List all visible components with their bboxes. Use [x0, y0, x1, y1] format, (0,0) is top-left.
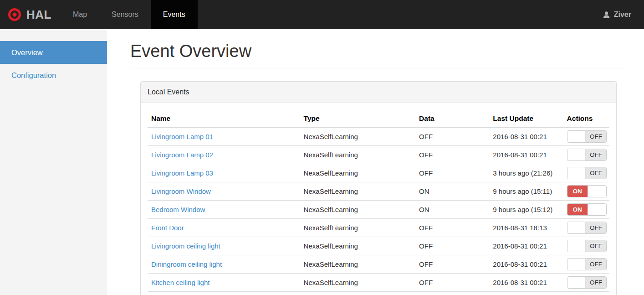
cell-type: NexaSelfLearning [300, 255, 416, 274]
toggle-switch[interactable]: OFF [567, 130, 607, 143]
cell-type: NexaSelfLearning [300, 146, 416, 164]
cell-actions: OFF [563, 128, 609, 146]
toggle-switch[interactable]: OFF [567, 167, 607, 179]
toggle-switch[interactable]: ON [567, 185, 607, 197]
cell-last-update: 2016-08-31 00:21 [489, 146, 563, 164]
cell-actions: ON [563, 201, 609, 219]
page-title-divider [130, 68, 624, 68]
event-name-link[interactable]: Bedroom Window [151, 206, 205, 213]
cell-name: Livingroom Lamp 02 [148, 146, 300, 164]
nav-item-map[interactable]: Map [61, 0, 99, 29]
cell-type: NexaSelfLearning [300, 164, 416, 182]
cell-last-update: 2016-08-31 00:21 [489, 128, 563, 146]
user-icon [603, 11, 610, 19]
sidebar-item-configuration[interactable]: Configuration [0, 64, 107, 87]
cell-name: Livingroom Lamp 01 [148, 128, 300, 146]
cell-last-update: 9 hours ago (15:12) [489, 201, 563, 219]
table-row: Livingroom Lamp 02NexaSelfLearningOFF201… [148, 146, 609, 164]
cell-data: OFF [415, 128, 489, 146]
panel-title: Local Events [141, 82, 616, 103]
local-events-panel: Local Events Name Type Data Last Update [140, 81, 617, 295]
event-name-link[interactable]: Livingroom Lamp 01 [151, 133, 213, 140]
table-row: Bedroom WindowNexaSelfLearningON9 hours … [148, 201, 609, 219]
event-name-link[interactable]: Livingroom Window [151, 187, 211, 195]
table-row: Diningroom ceiling lightNexaSelfLearning… [148, 255, 609, 274]
cell-type: NexaSelfLearning [300, 237, 416, 255]
event-name-link[interactable]: Livingroom Lamp 03 [151, 169, 213, 177]
events-table-body: Livingroom Lamp 01NexaSelfLearningOFF201… [148, 128, 609, 292]
toggle-state-label: OFF [586, 167, 606, 179]
toggle-state-label: OFF [586, 240, 606, 252]
cell-data: OFF [415, 274, 489, 292]
event-name-link[interactable]: Kitchen ceiling light [151, 279, 210, 286]
toggle-switch[interactable]: ON [567, 203, 607, 216]
nav-item-events[interactable]: Events [151, 0, 198, 29]
nav-item-sensors[interactable]: Sensors [99, 0, 151, 29]
cell-actions: OFF [563, 219, 609, 237]
cell-type: NexaSelfLearning [300, 128, 416, 146]
cell-last-update: 2016-08-31 00:21 [489, 237, 563, 255]
table-row: Livingroom ceiling lightNexaSelfLearning… [148, 237, 609, 255]
page-title: Event Overview [130, 41, 624, 62]
cell-actions: OFF [563, 237, 609, 255]
main-content: Event Overview Local Events Name Type [107, 29, 644, 295]
cell-type: NexaSelfLearning [300, 219, 416, 237]
toggle-state-label: ON [567, 186, 588, 197]
table-row: Front DoorNexaSelfLearningOFF2016-08-31 … [148, 219, 609, 237]
toggle-state-label: ON [567, 204, 588, 215]
cell-name: Livingroom Window [148, 182, 300, 201]
event-name-link[interactable]: Front Door [151, 224, 184, 232]
column-header-type: Type [300, 110, 416, 128]
toggle-knob [567, 131, 586, 142]
cell-last-update: 9 hours ago (15:11) [489, 182, 563, 201]
cell-actions: OFF [563, 274, 609, 292]
toggle-switch[interactable]: OFF [567, 222, 607, 234]
cell-data: OFF [415, 255, 489, 274]
page-layout: Overview Configuration Event Overview Lo… [0, 29, 644, 295]
event-name-link[interactable]: Diningroom ceiling light [151, 260, 222, 268]
cell-actions: ON [563, 182, 609, 201]
toggle-switch[interactable]: OFF [567, 258, 607, 270]
sidebar-item-overview[interactable]: Overview [0, 41, 107, 64]
cell-actions: OFF [563, 164, 609, 182]
column-header-data: Data [415, 110, 489, 128]
toggle-knob [588, 186, 606, 197]
cell-actions: OFF [563, 146, 609, 164]
events-table: Name Type Data Last Update Actions Livin… [148, 110, 609, 292]
cell-last-update: 2016-08-31 00:21 [489, 274, 563, 292]
toggle-knob [567, 167, 586, 179]
cell-type: NexaSelfLearning [300, 274, 416, 292]
toggle-knob [567, 222, 586, 233]
toggle-switch[interactable]: OFF [567, 149, 607, 161]
cell-data: ON [415, 182, 489, 201]
toggle-knob [567, 277, 586, 288]
table-row: Kitchen ceiling lightNexaSelfLearningOFF… [148, 274, 609, 292]
event-name-link[interactable]: Livingroom Lamp 02 [151, 151, 213, 159]
cell-name: Front Door [148, 219, 300, 237]
cell-name: Bedroom Window [148, 201, 300, 219]
brand[interactable]: HAL [0, 0, 61, 29]
toggle-state-label: OFF [586, 259, 606, 270]
cell-data: OFF [415, 219, 489, 237]
panel-wrapper: Local Events Name Type Data Last Update [140, 81, 617, 295]
cell-data: ON [415, 201, 489, 219]
table-row: Livingroom WindowNexaSelfLearningON9 hou… [148, 182, 609, 201]
cell-data: OFF [415, 164, 489, 182]
toggle-state-label: OFF [586, 277, 606, 288]
sidebar: Overview Configuration [0, 29, 107, 295]
event-name-link[interactable]: Livingroom ceiling light [151, 242, 220, 250]
cell-data: OFF [415, 237, 489, 255]
toggle-switch[interactable]: OFF [567, 276, 607, 289]
cell-type: NexaSelfLearning [300, 182, 416, 201]
column-header-name: Name [148, 110, 300, 128]
user-name: Ziver [614, 10, 631, 19]
cell-name: Kitchen ceiling light [148, 274, 300, 292]
toggle-state-label: OFF [586, 149, 606, 160]
user-menu[interactable]: Ziver [603, 0, 644, 29]
cell-name: Livingroom Lamp 03 [148, 164, 300, 182]
cell-last-update: 2016-08-31 18:13 [489, 219, 563, 237]
cell-data: OFF [415, 146, 489, 164]
toggle-switch[interactable]: OFF [567, 240, 607, 252]
column-header-actions: Actions [563, 110, 609, 128]
toggle-knob [588, 204, 606, 215]
